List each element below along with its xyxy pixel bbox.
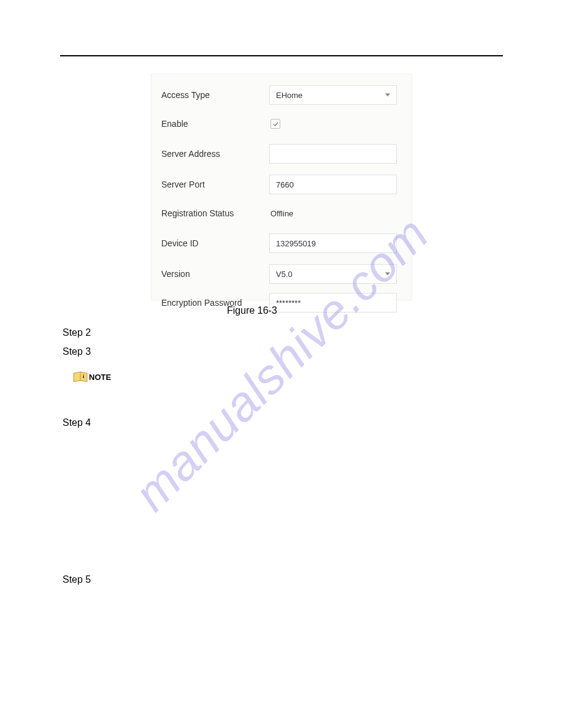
row-enable: Enable <box>159 113 404 134</box>
version-value: V5.0 <box>276 270 293 279</box>
version-dropdown[interactable]: V5.0 <box>269 264 397 284</box>
note-label: NOTE <box>89 373 111 382</box>
device-id-input[interactable]: 132955019 <box>269 233 397 253</box>
label-version: Version <box>159 269 269 279</box>
label-server-port: Server Port <box>159 180 269 189</box>
settings-form-panel: Access Type EHome Enable Server Address <box>151 74 412 300</box>
row-server-port: Server Port 7660 <box>159 172 404 197</box>
label-device-id: Device ID <box>159 238 269 248</box>
label-access-type: Access Type <box>159 90 269 100</box>
note-block: i NOTE <box>73 371 111 382</box>
row-access-type: Access Type EHome <box>159 83 404 107</box>
server-port-value: 7660 <box>276 180 294 189</box>
encryption-password-value: ******** <box>276 298 301 308</box>
check-icon <box>272 121 279 127</box>
row-device-id: Device ID 132955019 <box>159 231 404 256</box>
horizontal-rule <box>60 55 503 56</box>
row-server-address: Server Address <box>159 142 404 166</box>
device-id-value: 132955019 <box>276 239 316 248</box>
row-registration-status: Registration Status Offline <box>159 203 404 224</box>
row-version: Version V5.0 <box>159 262 404 286</box>
label-registration-status: Registration Status <box>159 208 269 218</box>
access-type-dropdown[interactable]: EHome <box>269 85 397 105</box>
step-3-heading: Step 3 <box>63 346 91 357</box>
step-4-heading: Step 4 <box>63 417 91 428</box>
access-type-value: EHome <box>276 91 302 100</box>
registration-status-value: Offline <box>269 209 293 218</box>
encryption-password-input[interactable]: ******** <box>269 293 397 313</box>
label-enable: Enable <box>159 119 269 129</box>
chevron-down-icon <box>385 94 390 97</box>
row-encryption-password: Encryption Password ******** <box>159 292 404 313</box>
figure-caption: Figure 16-3 <box>227 305 277 316</box>
server-address-input[interactable] <box>269 144 397 164</box>
note-icon: i <box>73 371 88 382</box>
enable-checkbox[interactable] <box>270 119 280 129</box>
label-server-address: Server Address <box>159 149 269 159</box>
step-5-heading: Step 5 <box>63 574 91 585</box>
chevron-down-icon <box>385 273 390 276</box>
server-port-input[interactable]: 7660 <box>269 175 397 194</box>
step-2-heading: Step 2 <box>63 327 91 338</box>
